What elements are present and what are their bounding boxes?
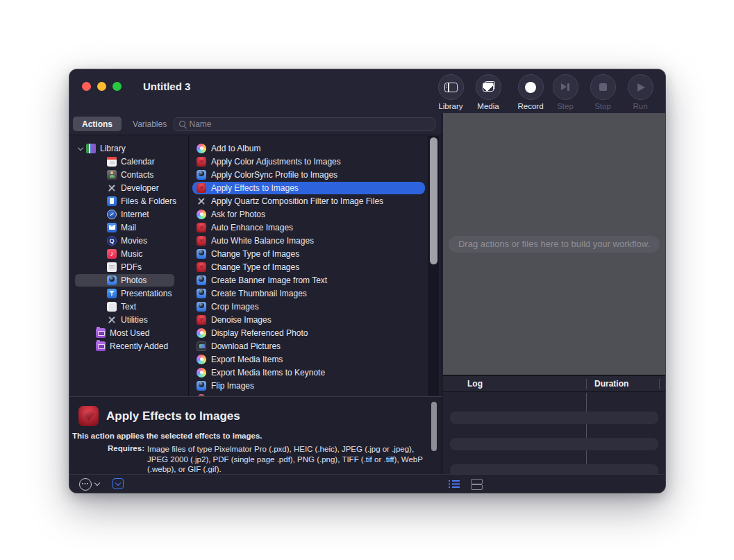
sidebar-item[interactable]: Library xyxy=(69,142,188,155)
description-scrollbar-thumb[interactable] xyxy=(431,402,437,451)
sidebar-item-label: Presentations xyxy=(121,289,172,298)
action-item-label: Create Thumbnail Images xyxy=(211,289,307,298)
window-title: Untitled 3 xyxy=(143,80,190,92)
action-list-item[interactable]: Create Banner Image from Text xyxy=(189,273,442,287)
sidebar-item[interactable]: Files & Folders xyxy=(69,194,188,207)
action-list-item[interactable]: Apply Color Adjustments to Images xyxy=(189,155,442,168)
action-list-item[interactable]: Display Referenced Photo xyxy=(189,326,442,339)
action-item-label: Denoise Images xyxy=(211,315,272,325)
automator-window: Untitled 3 Library Media xyxy=(69,69,665,493)
more-options-icon[interactable] xyxy=(79,478,92,491)
toolbar-button[interactable]: Media xyxy=(469,74,507,110)
sidebar-item[interactable]: Developer xyxy=(69,181,188,194)
log-panel-view-icon[interactable] xyxy=(471,479,481,489)
action-list-item[interactable]: Auto Enhance Images xyxy=(189,221,442,234)
sidebar-item[interactable]: Text xyxy=(69,300,188,313)
workflow-pane: Drag actions or files here to build your… xyxy=(443,113,665,474)
sidebar-item[interactable]: Music xyxy=(69,247,188,260)
toolbar-button-circle[interactable] xyxy=(553,74,578,100)
action-list-item[interactable]: Apply ColorSync Profile to Images xyxy=(189,168,442,181)
action-item-icon xyxy=(197,223,206,232)
library-pane: Actions Variables Library xyxy=(69,113,442,474)
action-item-icon xyxy=(197,249,206,259)
sidebar-item[interactable]: Photos xyxy=(69,273,188,287)
toolbar-button-circle[interactable] xyxy=(590,74,616,100)
toolbar-button[interactable]: Step xyxy=(547,74,584,110)
action-list-item[interactable]: Export Media Items xyxy=(189,353,442,366)
search-field[interactable] xyxy=(174,117,435,131)
action-list-item[interactable]: Export Media Items to Keynote xyxy=(189,366,442,379)
toolbar-button[interactable]: Run xyxy=(622,74,659,110)
sidebar-item[interactable]: Most Used xyxy=(69,326,188,339)
sidebar-item-icon xyxy=(107,275,117,285)
action-list-item[interactable]: Add to Album xyxy=(189,142,442,155)
toolbar: Library Media Record xyxy=(432,74,659,110)
category-sidebar: Library Calendar Contacts xyxy=(69,136,189,396)
action-list-item[interactable]: Crop Images xyxy=(189,300,442,313)
toolbar-button-icon xyxy=(483,83,494,92)
action-list-item[interactable]: Auto White Balance Images xyxy=(189,234,442,247)
toolbar-button[interactable]: Library xyxy=(432,74,469,110)
action-list-scrollbar-thumb[interactable] xyxy=(430,137,437,264)
action-list-item[interactable]: Create Thumbnail Images xyxy=(189,287,442,300)
sidebar-item-label: Text xyxy=(121,302,136,312)
zoom-button[interactable] xyxy=(112,82,122,91)
more-options-chevron-icon[interactable] xyxy=(94,480,100,486)
sidebar-item[interactable]: Recently Added xyxy=(69,339,188,353)
log-list-view-icon[interactable] xyxy=(449,480,460,489)
toolbar-button[interactable]: Stop xyxy=(584,74,622,110)
workflow-canvas[interactable]: Drag actions or files here to build your… xyxy=(443,113,665,375)
sidebar-item-label: Files & Folders xyxy=(121,196,176,206)
toolbar-button-icon xyxy=(599,83,607,91)
action-list-item[interactable]: Change Type of Images xyxy=(189,247,442,260)
sidebar-item-icon xyxy=(107,289,117,298)
tab-actions[interactable]: Actions xyxy=(73,117,122,131)
sidebar-item[interactable]: Internet xyxy=(69,207,188,221)
sidebar-item[interactable]: Utilities xyxy=(69,313,188,326)
action-item-icon xyxy=(197,341,206,351)
action-item-label: Auto Enhance Images xyxy=(211,223,293,232)
search-input[interactable] xyxy=(190,119,435,129)
action-item-icon xyxy=(197,368,206,377)
action-description-panel: Apply Effects to Images This action appl… xyxy=(69,396,442,474)
action-item-label: Flip Images xyxy=(211,381,254,391)
action-list-item[interactable]: Ask for Photos xyxy=(189,207,442,221)
minimize-button[interactable] xyxy=(97,82,106,91)
sidebar-item-label: Movies xyxy=(121,236,147,246)
action-item-icon xyxy=(197,210,206,219)
sidebar-item[interactable]: Presentations xyxy=(69,287,188,300)
log-table-body xyxy=(443,393,665,474)
description-disclosure-icon[interactable] xyxy=(112,478,124,489)
toolbar-button-circle[interactable] xyxy=(438,74,464,100)
sidebar-item[interactable]: Contacts xyxy=(69,168,188,181)
action-list-item[interactable]: Get Album by Name xyxy=(189,392,442,396)
action-item-icon xyxy=(197,196,206,206)
action-list-item[interactable]: Apply Quartz Composition Filter to Image… xyxy=(189,194,442,207)
action-list-item[interactable]: Flip Images xyxy=(189,379,442,392)
disclosure-chevron-icon[interactable] xyxy=(76,144,85,153)
log-column-header[interactable]: Log xyxy=(467,379,483,389)
sidebar-item[interactable]: Calendar xyxy=(69,155,188,168)
close-button[interactable] xyxy=(82,82,91,91)
sidebar-item[interactable]: Movies xyxy=(69,234,188,247)
action-list-item[interactable]: Change Type of Images xyxy=(189,260,442,273)
toolbar-button-circle[interactable] xyxy=(518,74,544,100)
action-item-icon xyxy=(197,302,206,312)
log-column-divider xyxy=(586,393,587,474)
sidebar-item[interactable]: Mail xyxy=(69,221,188,234)
duration-column-header[interactable]: Duration xyxy=(594,379,628,389)
action-list-item[interactable]: Denoise Images xyxy=(189,313,442,326)
toolbar-button[interactable]: Record xyxy=(512,74,549,110)
action-list-item[interactable]: Apply Effects to Images xyxy=(189,181,442,194)
sidebar-item[interactable]: PDFs xyxy=(69,260,188,273)
toolbar-button-circle[interactable] xyxy=(628,74,653,100)
toolbar-button-icon xyxy=(561,83,569,91)
tab-variables[interactable]: Variables xyxy=(124,117,176,131)
toolbar-button-circle[interactable] xyxy=(476,74,501,100)
actions-browser: Library Calendar Contacts xyxy=(69,136,442,396)
sidebar-item-icon xyxy=(107,315,117,325)
action-item-icon xyxy=(197,183,206,193)
action-list-item[interactable]: Download Pictures xyxy=(189,339,442,353)
requires-label: Requires: xyxy=(72,444,144,474)
sidebar-item-icon xyxy=(107,157,117,167)
